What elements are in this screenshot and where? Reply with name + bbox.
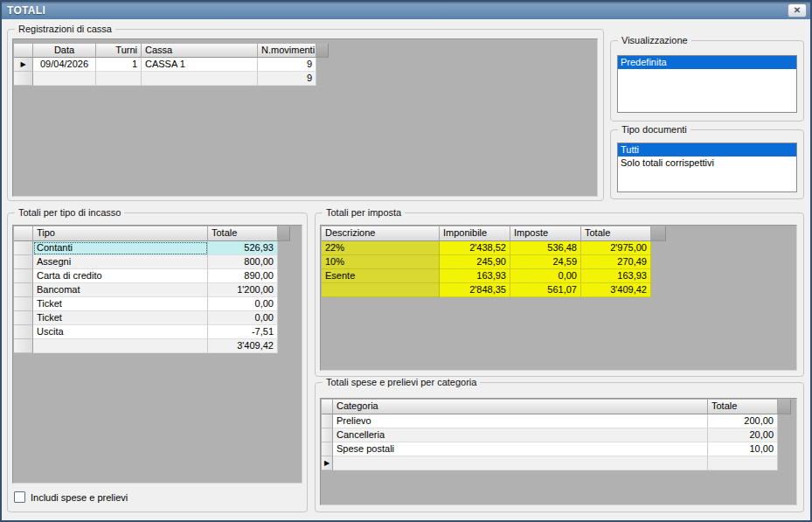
cell[interactable]: Prelievo <box>333 414 708 428</box>
row-selector[interactable]: ▶ <box>14 58 33 72</box>
cell[interactable]: 10% <box>322 255 440 269</box>
table-row[interactable]: ▶09/04/20261CASSA 19 <box>14 58 329 72</box>
visualizzazione-listbox[interactable]: Predefinita <box>617 55 797 113</box>
tipo-documenti-listbox[interactable]: TuttiSolo totali corrispettivi <box>617 143 797 192</box>
cell[interactable]: 22% <box>322 241 440 255</box>
column-header[interactable]: Tipo <box>33 226 208 241</box>
cell[interactable]: 2'848,35 <box>440 283 510 297</box>
column-header[interactable]: Turni <box>96 44 142 58</box>
column-header[interactable]: Imposte <box>510 226 581 241</box>
row-selector[interactable] <box>322 414 333 428</box>
cell[interactable] <box>33 339 208 353</box>
cell[interactable]: 2'975,00 <box>581 241 651 255</box>
column-header[interactable]: Totale <box>208 226 278 241</box>
cell[interactable]: 24,59 <box>510 255 581 269</box>
cell[interactable]: 536,48 <box>510 241 581 255</box>
table-row[interactable]: Assegni800,00 <box>14 255 290 269</box>
cell[interactable]: 0,00 <box>510 269 581 283</box>
cell[interactable]: Ticket <box>33 311 208 325</box>
row-selector[interactable] <box>14 72 33 86</box>
cell[interactable]: 561,07 <box>510 283 581 297</box>
list-item[interactable]: Predefinita <box>618 56 796 69</box>
cell[interactable]: 526,93 <box>208 241 278 255</box>
cell[interactable]: 163,93 <box>440 269 510 283</box>
row-selector[interactable] <box>14 269 33 283</box>
cell[interactable]: 2'438,52 <box>440 241 510 255</box>
column-header[interactable]: Totale <box>581 226 651 241</box>
table-row[interactable]: Uscita-7,51 <box>14 325 290 339</box>
cell[interactable]: 10,00 <box>708 442 778 456</box>
cell[interactable] <box>96 72 142 86</box>
cell[interactable]: 270,49 <box>581 255 651 269</box>
column-header[interactable]: Cassa <box>142 44 258 58</box>
table-row[interactable]: Ticket0,00 <box>14 297 290 311</box>
row-selector[interactable] <box>14 297 33 311</box>
cell[interactable]: 1 <box>96 58 142 72</box>
cell[interactable]: Cancelleria <box>333 428 708 442</box>
row-selector[interactable] <box>14 311 33 325</box>
table-row[interactable]: Carta di credito890,00 <box>14 269 290 283</box>
table-row[interactable]: Esente163,930,00163,93 <box>322 269 666 283</box>
cell[interactable] <box>333 456 708 470</box>
cell[interactable]: Contanti <box>33 241 208 255</box>
list-item[interactable]: Tutti <box>618 143 796 157</box>
cell[interactable]: Bancomat <box>33 283 208 297</box>
table-row[interactable]: 22%2'438,52536,482'975,00 <box>322 241 666 255</box>
cell[interactable]: -7,51 <box>208 325 278 339</box>
cell[interactable]: 163,93 <box>581 269 651 283</box>
cell[interactable]: CASSA 1 <box>142 58 258 72</box>
titlebar[interactable]: TOTALI ✕ <box>0 0 812 19</box>
column-header[interactable]: Imponibile <box>440 226 510 241</box>
table-row[interactable]: Prelievo200,00 <box>322 414 791 428</box>
row-selector[interactable] <box>14 283 33 297</box>
table-row[interactable]: Contanti526,93 <box>14 241 290 255</box>
cell[interactable]: Ticket <box>33 297 208 311</box>
column-header[interactable]: Categoria <box>333 400 708 414</box>
cell[interactable] <box>708 456 778 470</box>
cell[interactable]: Uscita <box>33 325 208 339</box>
cell[interactable] <box>142 72 258 86</box>
list-item[interactable]: Solo totali corrispettivi <box>618 157 796 170</box>
cell[interactable]: 0,00 <box>208 297 278 311</box>
cell[interactable]: 3'409,42 <box>208 339 278 353</box>
table-row[interactable]: 3'409,42 <box>14 339 290 353</box>
checkbox-box[interactable] <box>14 491 25 503</box>
cell[interactable]: 9 <box>258 58 316 72</box>
includi-spese-checkbox[interactable]: Includi spese e prelievi <box>14 491 128 503</box>
row-selector[interactable]: ▶ <box>322 456 333 470</box>
cell[interactable]: 20,00 <box>708 428 778 442</box>
row-selector[interactable] <box>14 339 33 353</box>
table-row[interactable]: 2'848,35561,073'409,42 <box>322 283 666 297</box>
table-row[interactable]: Spese postali10,00 <box>322 442 791 456</box>
table-row[interactable]: 9 <box>14 72 329 86</box>
cell[interactable]: 800,00 <box>208 255 278 269</box>
row-selector[interactable] <box>322 442 333 456</box>
cell[interactable]: 890,00 <box>208 269 278 283</box>
cell[interactable]: Assegni <box>33 255 208 269</box>
column-header[interactable]: Data <box>33 44 96 58</box>
cell[interactable]: Carta di credito <box>33 269 208 283</box>
cell[interactable]: 1'200,00 <box>208 283 278 297</box>
cell[interactable]: Esente <box>322 269 440 283</box>
row-selector[interactable] <box>14 255 33 269</box>
close-icon[interactable]: ✕ <box>788 3 807 17</box>
row-selector[interactable] <box>14 325 33 339</box>
column-header[interactable]: N.movimenti <box>258 44 316 58</box>
column-header[interactable]: Totale <box>708 400 778 414</box>
cell[interactable]: 9 <box>258 72 316 86</box>
cell[interactable]: Spese postali <box>333 442 708 456</box>
table-row[interactable]: Cancelleria20,00 <box>322 428 791 442</box>
table-row[interactable]: Bancomat1'200,00 <box>14 283 290 297</box>
row-selector[interactable] <box>14 241 33 255</box>
cell[interactable]: 200,00 <box>708 414 778 428</box>
cell[interactable] <box>322 283 440 297</box>
table-row[interactable]: ▶ <box>322 456 791 470</box>
row-selector[interactable] <box>322 428 333 442</box>
table-row[interactable]: 10%245,9024,59270,49 <box>322 255 666 269</box>
cell[interactable]: 245,90 <box>440 255 510 269</box>
column-header[interactable]: Descrizione <box>322 226 440 241</box>
cell[interactable] <box>33 72 96 86</box>
cell[interactable]: 09/04/2026 <box>33 58 96 72</box>
cell[interactable]: 3'409,42 <box>581 283 651 297</box>
cell[interactable]: 0,00 <box>208 311 278 325</box>
